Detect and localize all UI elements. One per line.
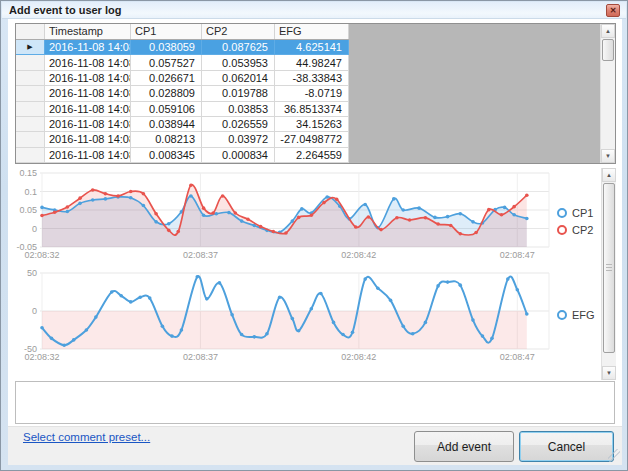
table-cell: 0.026671 [131, 71, 202, 86]
table-cell: -38.33843 [275, 71, 349, 86]
efg-marker-icon [557, 310, 567, 320]
selected-row-arrow-icon: ▶ [27, 43, 32, 51]
table-cell: 0.026559 [202, 117, 275, 132]
table-row[interactable]: 2016-11-08 14:08:430.082130.03972-27.049… [16, 132, 349, 147]
row-header-cell[interactable] [16, 86, 45, 101]
row-header-cell[interactable]: ▶ [16, 40, 45, 55]
table-row[interactable]: ▶2016-11-08 14:08:460.0380590.0876254.62… [16, 40, 349, 55]
svg-text:0.1: 0.1 [24, 187, 37, 197]
scroll-down-icon[interactable]: ▼ [602, 366, 616, 380]
comment-input[interactable] [15, 381, 615, 424]
table-cell: 2016-11-08 14:08:46 [45, 40, 131, 55]
table-cell: 0.059106 [131, 102, 202, 117]
svg-text:02:08:42: 02:08:42 [341, 352, 376, 362]
svg-text:02:08:47: 02:08:47 [500, 352, 535, 362]
table-cell: 2016-11-08 14:08:44 [45, 117, 131, 132]
row-header-cell[interactable] [16, 55, 45, 70]
dialog-window: Add event to user log ✕ Timestamp CP1 CP… [0, 0, 628, 471]
table-cell: 2.264559 [275, 148, 349, 163]
cancel-button[interactable]: Cancel [519, 431, 614, 462]
table-row[interactable]: 2016-11-08 14:08:440.0591060.0385336.851… [16, 102, 349, 117]
table-cell: 0.08213 [131, 132, 202, 147]
table-scrollbar[interactable]: ▲ ▼ [600, 24, 615, 163]
cp1-marker-icon [557, 208, 567, 218]
row-header-cell[interactable] [16, 102, 45, 117]
table-cell: -8.0719 [275, 86, 349, 101]
row-header-cell[interactable] [16, 148, 45, 163]
table-cell: 0.028809 [131, 86, 202, 101]
column-header-cp2[interactable]: CP2 [202, 24, 275, 39]
table-cell: 2016-11-08 14:08:44 [45, 102, 131, 117]
close-button[interactable]: ✕ [606, 4, 620, 17]
svg-text:02:08:42: 02:08:42 [341, 250, 376, 260]
table-cell: 44.98247 [275, 55, 349, 70]
table-row[interactable]: 2016-11-08 14:08:430.0083450.0008342.264… [16, 148, 349, 163]
table-cell: 0.008345 [131, 148, 202, 163]
chart-scrollbar[interactable]: ▲ ▼ [601, 168, 616, 380]
legend-item-cp1[interactable]: CP1 [557, 204, 593, 221]
table-cell: 2016-11-08 14:08:46 [45, 55, 131, 70]
svg-text:02:08:32: 02:08:32 [24, 250, 59, 260]
select-comment-preset-link[interactable]: Select comment preset... [23, 431, 150, 443]
table-row[interactable]: 2016-11-08 14:08:450.0266710.062014-38.3… [16, 71, 349, 86]
header-corner-cell [16, 24, 45, 39]
cp-chart: 0.150.10.050-0.0502:08:3202:08:3702:08:4… [11, 169, 596, 266]
table-cell: 0.038059 [131, 40, 202, 55]
table-cell: 2016-11-08 14:08:43 [45, 132, 131, 147]
legend-label-cp2: CP2 [572, 224, 593, 236]
data-grid: Timestamp CP1 CP2 EFG ▶2016-11-08 14:08:… [15, 23, 616, 164]
svg-text:02:08:32: 02:08:32 [24, 352, 59, 362]
add-event-button[interactable]: Add event [414, 431, 514, 462]
efg-chart-legend: EFG [557, 306, 595, 323]
svg-text:02:08:47: 02:08:47 [500, 250, 535, 260]
cp-chart-legend: CP1 CP2 [557, 204, 593, 238]
table-scrollbar-thumb[interactable] [602, 39, 614, 61]
table-row[interactable]: 2016-11-08 14:08:450.0288090.019788-8.07… [16, 86, 349, 101]
scroll-up-icon[interactable]: ▲ [602, 168, 616, 182]
scroll-down-icon[interactable]: ▼ [601, 149, 615, 163]
table-cell: 0.038944 [131, 117, 202, 132]
legend-item-cp2[interactable]: CP2 [557, 221, 593, 238]
close-icon: ✕ [610, 6, 617, 15]
chart-panel: 0.150.10.050-0.0502:08:3202:08:3702:08:4… [8, 168, 622, 380]
data-grid-empty-area [349, 24, 600, 163]
data-grid-body: ▶2016-11-08 14:08:460.0380590.0876254.62… [16, 40, 349, 163]
svg-text:0: 0 [32, 224, 37, 234]
table-cell: 0.087625 [202, 40, 275, 55]
data-grid-table: Timestamp CP1 CP2 EFG ▶2016-11-08 14:08:… [16, 24, 349, 163]
table-cell: 0.062014 [202, 71, 275, 86]
scrollbar-grip-icon [606, 264, 612, 271]
table-row[interactable]: 2016-11-08 14:08:460.0575270.05395344.98… [16, 55, 349, 70]
legend-item-efg[interactable]: EFG [557, 306, 595, 323]
table-cell: 36.8513374 [275, 102, 349, 117]
svg-text:0: 0 [32, 306, 37, 316]
row-header-cell[interactable] [16, 117, 45, 132]
table-cell: 0.019788 [202, 86, 275, 101]
scroll-up-icon[interactable]: ▲ [601, 24, 615, 38]
legend-label-efg: EFG [572, 309, 595, 321]
column-header-timestamp[interactable]: Timestamp [45, 24, 131, 39]
data-grid-header: Timestamp CP1 CP2 EFG [16, 24, 349, 40]
svg-text:02:08:37: 02:08:37 [183, 352, 218, 362]
table-cell: 0.03853 [202, 102, 275, 117]
svg-text:0.15: 0.15 [19, 169, 37, 178]
row-header-cell[interactable] [16, 132, 45, 147]
table-cell: 2016-11-08 14:08:45 [45, 86, 131, 101]
svg-text:02:08:37: 02:08:37 [183, 250, 218, 260]
column-header-efg[interactable]: EFG [275, 24, 349, 39]
chart-scrollbar-thumb[interactable] [603, 183, 615, 353]
table-cell: 0.000834 [202, 148, 275, 163]
table-cell: 0.03972 [202, 132, 275, 147]
legend-label-cp1: CP1 [572, 207, 593, 219]
efg-chart: 500-5002:08:3202:08:3702:08:4202:08:47 [11, 266, 596, 366]
table-cell: 0.057527 [131, 55, 202, 70]
table-cell: 2016-11-08 14:08:45 [45, 71, 131, 86]
column-header-cp1[interactable]: CP1 [131, 24, 202, 39]
row-header-cell[interactable] [16, 71, 45, 86]
table-row[interactable]: 2016-11-08 14:08:440.0389440.02655934.15… [16, 117, 349, 132]
table-cell: 34.15263 [275, 117, 349, 132]
svg-text:0.05: 0.05 [19, 205, 37, 215]
svg-text:50: 50 [27, 268, 37, 278]
dialog-content: Timestamp CP1 CP2 EFG ▶2016-11-08 14:08:… [8, 19, 622, 465]
resize-grip[interactable] [608, 449, 620, 462]
